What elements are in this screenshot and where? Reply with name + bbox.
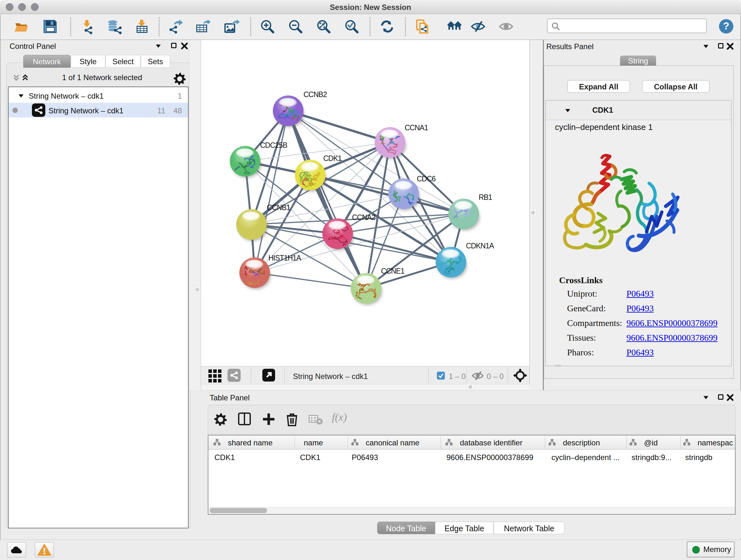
svg-text:HIST1H1A: HIST1H1A — [268, 254, 301, 262]
svg-text:CDK1: CDK1 — [323, 154, 342, 163]
svg-text:CCNA1: CCNA1 — [405, 124, 428, 132]
svg-text:CCNA2: CCNA2 — [352, 213, 375, 222]
svg-text:CDKN1A: CDKN1A — [466, 242, 494, 250]
svg-text:RB1: RB1 — [479, 193, 492, 201]
svg-text:CDC25B: CDC25B — [260, 141, 287, 149]
svg-text:CCNB1: CCNB1 — [267, 203, 290, 212]
svg-text:CDC6: CDC6 — [417, 175, 435, 183]
svg-text:CCNE1: CCNE1 — [381, 267, 404, 275]
svg-text:CCNB2: CCNB2 — [304, 90, 327, 99]
